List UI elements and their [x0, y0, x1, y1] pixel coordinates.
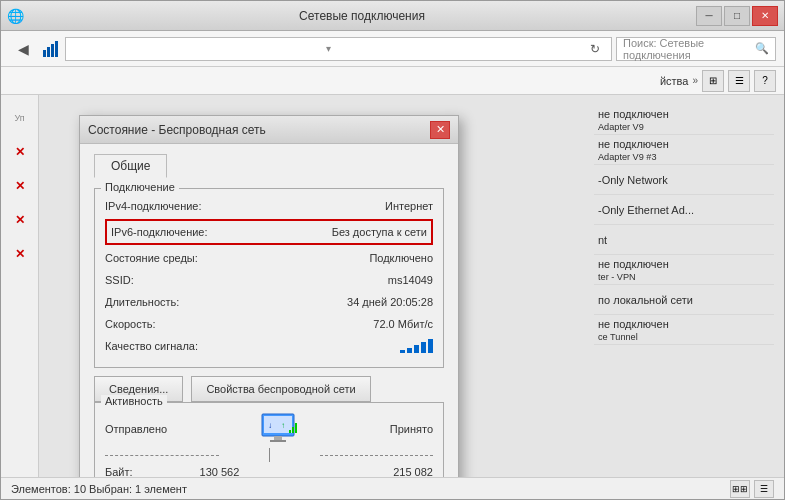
secondary-toolbar: йства » ⊞ ☰ ?	[1, 67, 784, 95]
bytes-row: Байт: 130 562 215 082	[105, 466, 433, 477]
main-window: 🌐 Сетевые подключения ─ □ ✕ ◀ ▾ ↻ Поиск:…	[0, 0, 785, 500]
signal-bar-4	[421, 342, 426, 353]
content-area: не подключенAdapter V9 не подключенAdapt…	[39, 95, 784, 477]
svg-rect-2	[51, 44, 54, 57]
speed-label: Скорость:	[105, 318, 156, 330]
ssid-value: ms14049	[388, 274, 433, 286]
svg-rect-3	[55, 41, 58, 57]
address-bar[interactable]: ▾ ↻	[65, 37, 612, 61]
search-bar[interactable]: Поиск: Сетевые подключения 🔍	[616, 37, 776, 61]
sidebar-x-icon-4: ✕	[15, 247, 25, 261]
wireless-properties-button[interactable]: Свойства беспроводной сети	[191, 376, 370, 402]
main-close-button[interactable]: ✕	[752, 6, 778, 26]
main-titlebar: 🌐 Сетевые подключения ─ □ ✕	[1, 1, 784, 31]
sidebar-text: Уп	[14, 113, 24, 123]
network-signal-icon	[41, 39, 61, 59]
minimize-button[interactable]: ─	[696, 6, 722, 26]
tab-general[interactable]: Общие	[94, 154, 167, 178]
ipv6-row: IPv6-подключение: Без доступа к сети	[105, 219, 433, 245]
view-toggle-button[interactable]: ⊞	[702, 70, 724, 92]
svg-rect-6	[274, 436, 282, 440]
media-state-label: Состояние среды:	[105, 252, 198, 264]
media-state-value: Подключено	[369, 252, 433, 264]
signal-label: Качество сигнала:	[105, 340, 198, 352]
dialog-titlebar: Состояние - Беспроводная сеть ✕	[80, 116, 458, 144]
dashes-row	[105, 448, 433, 462]
sidebar-x-icon-1: ✕	[15, 145, 25, 159]
dash-right	[320, 455, 434, 456]
main-content: Уп ✕ ✕ ✕ ✕ не подключенAdapter V9 не под…	[1, 95, 784, 477]
dialog-title: Состояние - Беспроводная сеть	[88, 123, 266, 137]
svg-rect-10	[289, 430, 291, 433]
dialog-body: Общие Подключение IPv4-подключение: Инте…	[80, 144, 458, 477]
status-dialog: Состояние - Беспроводная сеть ✕ Общие По…	[79, 115, 459, 477]
sidebar-x-icon-3: ✕	[15, 213, 25, 227]
sidebar-item-1: Уп	[5, 103, 35, 133]
sidebar-item-3: ✕	[5, 171, 35, 201]
back-button[interactable]: ◀	[9, 37, 37, 61]
search-icon: 🔍	[755, 42, 769, 55]
signal-bar-2	[407, 348, 412, 353]
organize-label: йства	[660, 75, 689, 87]
statusbar-right: ⊞⊞ ☰	[730, 480, 774, 498]
signal-bar-3	[414, 345, 419, 353]
sidebar: Уп ✕ ✕ ✕ ✕	[1, 95, 39, 477]
svg-rect-12	[295, 423, 297, 433]
ipv6-value: Без доступа к сети	[332, 226, 427, 238]
duration-row: Длительность: 34 дней 20:05:28	[105, 293, 433, 311]
svg-rect-1	[47, 47, 50, 57]
ipv6-label: IPv6-подключение:	[111, 226, 208, 238]
bytes-label: Байт:	[105, 466, 133, 477]
sent-label: Отправлено	[105, 423, 167, 435]
duration-value: 34 дней 20:05:28	[347, 296, 433, 308]
sidebar-item-5: ✕	[5, 239, 35, 269]
statusbar-text: Элементов: 10 Выбран: 1 элемент	[11, 483, 187, 495]
activity-section-title: Активность	[101, 395, 167, 407]
titlebar-controls: ─ □ ✕	[696, 6, 778, 26]
activity-labels-row: Отправлено	[105, 411, 433, 446]
help-button[interactable]: ?	[754, 70, 776, 92]
refresh-button[interactable]: ↻	[585, 39, 605, 59]
main-window-title: Сетевые подключения	[28, 9, 696, 23]
ipv4-row: IPv4-подключение: Интернет	[105, 197, 433, 215]
ssid-row: SSID: ms14049	[105, 271, 433, 289]
connection-section-title: Подключение	[101, 181, 179, 193]
svg-text:↑: ↑	[281, 421, 285, 430]
ssid-label: SSID:	[105, 274, 134, 286]
speed-value: 72.0 Мбит/с	[373, 318, 433, 330]
maximize-button[interactable]: □	[724, 6, 750, 26]
received-bytes: 215 082	[393, 466, 433, 477]
sidebar-item-2: ✕	[5, 137, 35, 167]
dash-left	[105, 455, 219, 456]
signal-row: Качество сигнала:	[105, 337, 433, 355]
statusbar-icon-2[interactable]: ☰	[754, 480, 774, 498]
activity-section: Активность Отправлено	[94, 402, 444, 477]
main-toolbar: ◀ ▾ ↻ Поиск: Сетевые подключения 🔍	[1, 31, 784, 67]
svg-rect-11	[292, 427, 294, 433]
statusbar-icon-1[interactable]: ⊞⊞	[730, 480, 750, 498]
svg-rect-7	[270, 440, 286, 442]
connection-section: Подключение IPv4-подключение: Интернет I…	[94, 188, 444, 368]
main-window-icon: 🌐	[7, 8, 24, 24]
computer-icon: ↓ ↑	[258, 411, 298, 446]
duration-label: Длительность:	[105, 296, 179, 308]
statusbar: Элементов: 10 Выбран: 1 элемент ⊞⊞ ☰	[1, 477, 784, 499]
dropdown-arrow-icon: ▾	[326, 43, 331, 54]
signal-bar-1	[400, 350, 405, 353]
tab-bar: Общие	[94, 154, 444, 178]
received-label: Принято	[390, 423, 433, 435]
chevron-right-icon: »	[692, 75, 698, 86]
spacer	[306, 466, 326, 477]
details-view-button[interactable]: ☰	[728, 70, 750, 92]
sent-bytes: 130 562	[200, 466, 240, 477]
dialog-close-button[interactable]: ✕	[430, 121, 450, 139]
signal-bars	[400, 339, 433, 353]
ipv4-value: Интернет	[385, 200, 433, 212]
speed-row: Скорость: 72.0 Мбит/с	[105, 315, 433, 333]
signal-bar-5	[428, 339, 433, 353]
sidebar-item-4: ✕	[5, 205, 35, 235]
media-state-row: Состояние среды: Подключено	[105, 249, 433, 267]
svg-text:↓: ↓	[268, 421, 272, 430]
ipv4-label: IPv4-подключение:	[105, 200, 202, 212]
search-placeholder: Поиск: Сетевые подключения	[623, 37, 751, 61]
